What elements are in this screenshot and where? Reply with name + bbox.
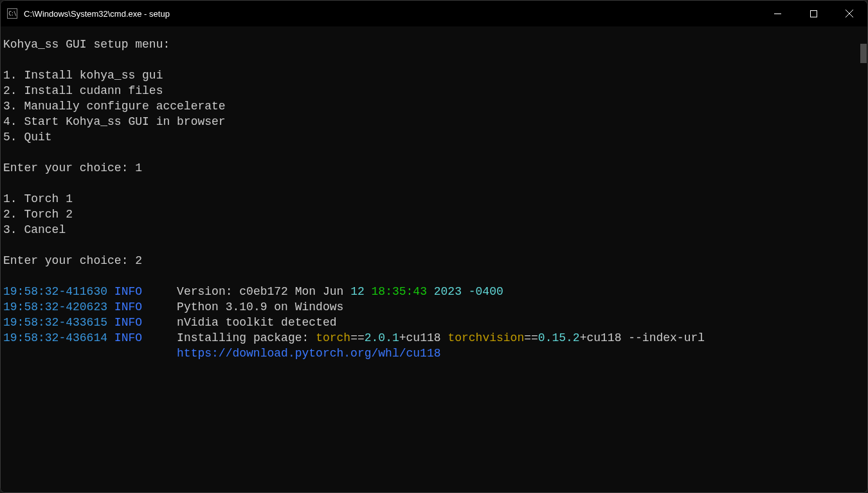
- blank-line: [3, 237, 867, 253]
- close-button[interactable]: [831, 1, 867, 26]
- pkg-name: torch: [316, 331, 350, 344]
- log-text: +cu118: [399, 331, 448, 344]
- minimize-icon: [774, 10, 781, 17]
- log-text: Version: c0eb172 Mon Jun: [177, 285, 350, 298]
- blank-line: [3, 145, 867, 160]
- eq: ==: [350, 331, 365, 344]
- log-timestamp: 19:58:32-433615: [3, 316, 107, 329]
- eq: ==: [524, 331, 538, 344]
- log-tz: -0400: [462, 285, 503, 298]
- blank-line: [3, 268, 867, 284]
- cmd-icon: C:\: [7, 8, 17, 19]
- log-timestamp: 19:58:32-420623: [3, 301, 107, 313]
- log-line: 19:58:32-433615 INFO nVidia toolkit dete…: [3, 315, 867, 330]
- blank-line: [3, 176, 867, 191]
- cmd-window: C:\ C:\Windows\System32\cmd.exe - setup …: [0, 0, 868, 493]
- svg-rect-1: [810, 10, 817, 17]
- choice-prompt: Enter your choice: 1: [3, 160, 867, 176]
- log-timestamp: 19:58:32-436614: [3, 331, 107, 344]
- menu-option: 4. Start Kohya_ss GUI in browser: [3, 114, 867, 129]
- pkg-version: 2.0.1: [365, 331, 399, 344]
- maximize-button[interactable]: [795, 1, 831, 26]
- pkg-version: 0.15.2: [538, 331, 580, 344]
- log-level: INFO: [114, 331, 142, 344]
- choice-prompt: Enter your choice: 2: [3, 253, 867, 268]
- menu-option: 5. Quit: [3, 129, 867, 145]
- minimize-button[interactable]: [759, 1, 795, 26]
- pkg-name: torchvision: [448, 331, 524, 344]
- submenu-option: 3. Cancel: [3, 222, 867, 237]
- log-text: nVidia toolkit detected: [177, 316, 336, 329]
- log-line: 19:58:32-436614 INFO Installing package:…: [3, 330, 867, 346]
- log-text: Installing package:: [177, 331, 316, 344]
- log-line: 19:58:32-411630 INFO Version: c0eb172 Mo…: [3, 284, 867, 299]
- log-level: INFO: [114, 316, 142, 329]
- window-title: C:\Windows\System32\cmd.exe - setup: [24, 9, 170, 19]
- log-text: Python 3.10.9 on Windows: [177, 301, 343, 313]
- log-line: https://download.pytorch.org/whl/cu118: [3, 346, 867, 361]
- log-pad: [3, 347, 177, 360]
- log-day: 12: [350, 285, 365, 298]
- titlebar[interactable]: C:\ C:\Windows\System32\cmd.exe - setup: [1, 1, 867, 26]
- log-timestamp: 19:58:32-411630: [3, 285, 107, 298]
- menu-option: 2. Install cudann files: [3, 83, 867, 98]
- close-icon: [845, 10, 853, 17]
- log-year: 2023: [427, 285, 462, 298]
- log-line: 19:58:32-420623 INFO Python 3.10.9 on Wi…: [3, 299, 867, 315]
- window-controls: [759, 1, 867, 26]
- log-text: +cu118 --index-url: [580, 331, 705, 344]
- menu-option: 1. Install kohya_ss gui: [3, 68, 867, 83]
- menu-header: Kohya_ss GUI setup menu:: [3, 37, 867, 52]
- blank-line: [3, 52, 867, 68]
- log-level: INFO: [114, 285, 142, 298]
- scrollbar-track[interactable]: [858, 26, 867, 493]
- log-time: 18:35:43: [365, 285, 427, 298]
- menu-option: 3. Manually configure accelerate: [3, 98, 867, 114]
- submenu-option: 2. Torch 2: [3, 207, 867, 222]
- submenu-option: 1. Torch 1: [3, 191, 867, 207]
- scrollbar-thumb[interactable]: [860, 44, 867, 63]
- log-level: INFO: [114, 301, 142, 313]
- maximize-icon: [810, 10, 817, 17]
- terminal-output[interactable]: Kohya_ss GUI setup menu: 1. Install kohy…: [1, 26, 867, 492]
- log-url: https://download.pytorch.org/whl/cu118: [177, 347, 440, 360]
